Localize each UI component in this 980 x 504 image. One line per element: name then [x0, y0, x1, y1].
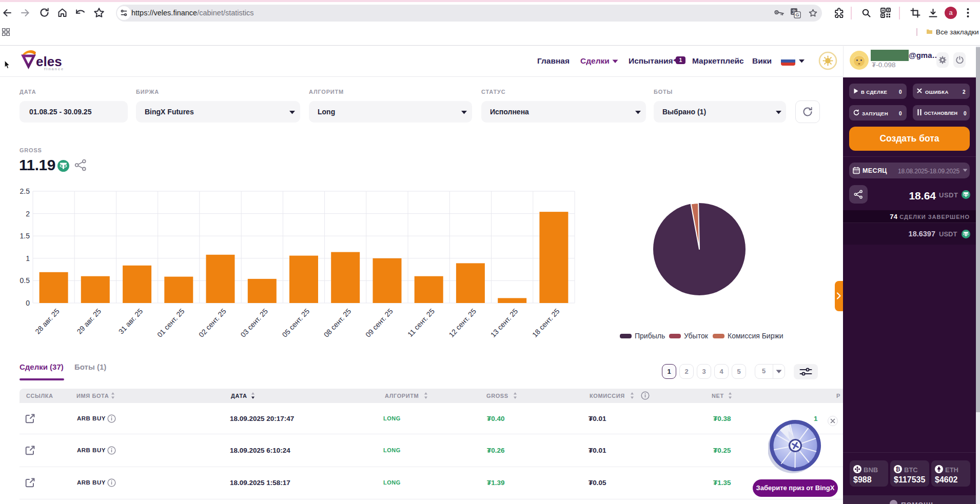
svg-text:05 сент. 25: 05 сент. 25: [281, 307, 311, 338]
svg-text:13 сент. 25: 13 сент. 25: [489, 307, 520, 338]
svg-text:2.5: 2.5: [20, 187, 30, 195]
svg-text:08 сент. 25: 08 сент. 25: [322, 307, 353, 338]
svg-text:₿: ₿: [896, 466, 900, 472]
svg-text:11 сент. 25: 11 сент. 25: [406, 307, 436, 338]
svg-text:03 сент. 25: 03 сент. 25: [239, 307, 269, 338]
svg-text:0: 0: [26, 299, 30, 307]
svg-text:01 сент. 25: 01 сент. 25: [155, 307, 186, 338]
svg-text:31 авг. 25: 31 авг. 25: [117, 307, 145, 335]
svg-text:02 сент. 25: 02 сент. 25: [197, 307, 228, 338]
svg-text:1: 1: [26, 254, 30, 263]
svg-text:28 авг. 25: 28 авг. 25: [33, 307, 61, 335]
svg-text:18 сент. 25: 18 сент. 25: [531, 307, 561, 338]
svg-text:finance: finance: [44, 67, 64, 71]
svg-text:0.5: 0.5: [20, 276, 30, 285]
svg-text:1.5: 1.5: [20, 232, 30, 240]
svg-text:09 сент. 25: 09 сент. 25: [364, 307, 395, 338]
svg-text:G: G: [795, 12, 799, 17]
svg-text:2: 2: [26, 210, 30, 218]
svg-text:29 авг. 25: 29 авг. 25: [75, 307, 103, 335]
svg-text:12 сент. 25: 12 сент. 25: [447, 307, 478, 338]
